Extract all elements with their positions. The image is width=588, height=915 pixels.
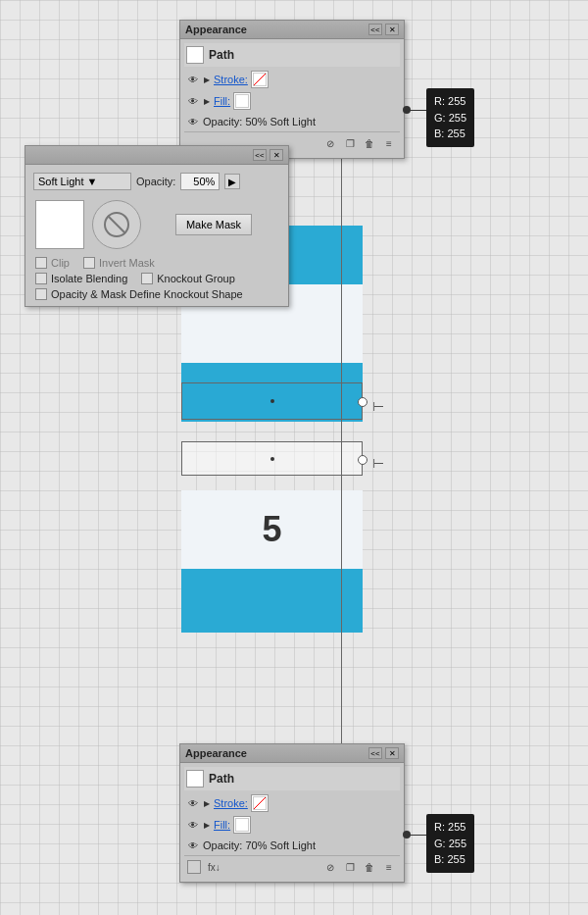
selected-rect-2[interactable] (181, 441, 363, 476)
appearance-panel-top: Appearance << ✕ Path 👁 ▶ Stroke: 👁 ▶ Fil… (179, 20, 405, 159)
fill-swatch-top (235, 94, 249, 108)
path-label-bottom: Path (209, 772, 234, 786)
trash-icon-top[interactable]: 🗑 (362, 135, 377, 151)
make-mask-section: Make Mask (149, 214, 278, 235)
transparency-controls: << ✕ (253, 149, 283, 161)
selected-rect-1[interactable] (181, 382, 363, 420)
circle-handle-1[interactable] (358, 397, 368, 407)
panel-controls-top: << ✕ (368, 24, 399, 35)
dropdown-arrow: ▼ (86, 176, 97, 187)
stroke-preview-top[interactable] (251, 71, 269, 88)
tooltip-dot-top (403, 106, 411, 114)
menu-icon-top[interactable]: ≡ (381, 135, 397, 151)
arrow-fill-top[interactable]: ▶ (203, 97, 211, 105)
path-icon-bottom (186, 770, 204, 788)
no-symbol (102, 210, 131, 239)
arrow-fill-bottom[interactable]: ▶ (203, 821, 211, 829)
fill-label-top[interactable]: Fill: (214, 95, 230, 107)
eye-icon-opacity-top[interactable]: 👁 (186, 115, 200, 128)
copy-icon-bottom[interactable]: ❐ (342, 859, 358, 875)
panel-title-bottom: Appearance (185, 747, 247, 759)
stroke-label-top[interactable]: Stroke: (214, 74, 248, 85)
copy-icon-top[interactable]: ❐ (342, 135, 358, 151)
stroke-swatch-top (253, 73, 267, 86)
no-icon-bottom[interactable]: ⊘ (322, 859, 338, 875)
opacity-mask-label: Opacity & Mask Define Knockout Shape (51, 288, 243, 300)
tooltip-r-top: R: 255 (434, 93, 466, 110)
arrow-stroke-bottom[interactable]: ▶ (203, 799, 211, 807)
path-icon-top (186, 46, 204, 64)
center-dot-2 (270, 457, 274, 461)
thumb-circle (92, 200, 141, 249)
fill-label-bottom[interactable]: Fill: (214, 819, 230, 831)
path-row-bottom: Path (184, 767, 400, 790)
close-btn-trans[interactable]: ✕ (270, 149, 283, 161)
close-btn-top[interactable]: ✕ (385, 24, 399, 35)
make-mask-button[interactable]: Make Mask (175, 214, 252, 235)
invert-checkbox[interactable] (83, 257, 95, 269)
fill-row-top: 👁 ▶ Fill: (184, 90, 400, 112)
tooltip-b-bottom: B: 255 (434, 851, 466, 868)
arrow-stroke-top[interactable]: ▶ (203, 76, 211, 83)
opacity-value: 50% (193, 176, 215, 187)
no-icon-top[interactable]: ⊘ (322, 135, 338, 151)
thumbnail-row: Make Mask (29, 194, 284, 255)
opacity-mask-row: Opacity & Mask Define Knockout Shape (29, 286, 284, 302)
isolate-label: Isolate Blending (51, 273, 127, 284)
tooltip-g-bottom: G: 255 (434, 836, 466, 852)
thumb-white (35, 200, 84, 249)
eye-icon-fill-top[interactable]: 👁 (186, 94, 200, 108)
isolate-checkbox[interactable] (35, 273, 47, 284)
clip-row: Clip Invert Mask (29, 255, 284, 271)
isolate-row: Isolate Blending Knockout Group (29, 271, 284, 286)
knockout-checkbox[interactable] (141, 273, 153, 284)
square-icon-bottom[interactable] (187, 860, 201, 874)
panel-toolbar-bottom: fx↓ ⊘ ❐ 🗑 ≡ (184, 855, 400, 878)
transparency-body: Soft Light ▼ Opacity: 50% ▶ Make Mask (25, 165, 288, 306)
collapse-btn-top[interactable]: << (368, 24, 382, 35)
opacity-input[interactable]: 50% (180, 173, 220, 190)
tooltip-g-top: G: 255 (434, 110, 466, 127)
clip-checkbox[interactable] (35, 257, 47, 269)
panel-titlebar-bottom: Appearance << ✕ (180, 744, 404, 763)
tooltip-r-bottom: R: 255 (434, 819, 466, 836)
fill-swatch-bottom (235, 818, 249, 832)
menu-icon-bottom[interactable]: ≡ (381, 859, 397, 875)
opacity-mask-checkbox[interactable] (35, 288, 47, 300)
fx-icon-bottom[interactable]: fx↓ (205, 862, 223, 873)
opacity-row-bottom: 👁 Opacity: 70% Soft Light (184, 836, 400, 855)
invert-label: Invert Mask (99, 257, 155, 269)
trash-icon-bottom[interactable]: 🗑 (362, 859, 377, 875)
transparency-titlebar: << ✕ (25, 146, 288, 165)
path-row-top: Path (184, 43, 400, 67)
opacity-label-trans: Opacity: (136, 176, 175, 187)
opacity-arrow-right[interactable]: ▶ (224, 174, 240, 189)
panel-body-top: Path 👁 ▶ Stroke: 👁 ▶ Fill: 👁 Opacity: 50… (180, 39, 404, 158)
svg-line-1 (108, 216, 125, 233)
circle-handle-2[interactable] (358, 455, 368, 465)
eye-icon-stroke-bottom[interactable]: 👁 (186, 796, 200, 810)
knockout-label: Knockout Group (157, 273, 235, 284)
stroke-preview-bottom[interactable] (251, 794, 269, 812)
stroke-label-bottom[interactable]: Stroke: (214, 797, 248, 809)
blend-mode-value: Soft Light (38, 176, 83, 187)
appearance-panel-bottom: Appearance << ✕ Path 👁 ▶ Stroke: 👁 ▶ Fil… (179, 743, 405, 883)
constraint-icon-1: ⊢ (372, 398, 384, 414)
clip-label: Clip (51, 257, 70, 269)
fill-preview-bottom[interactable] (233, 816, 251, 834)
close-btn-bottom[interactable]: ✕ (385, 747, 399, 759)
stroke-row-bottom: 👁 ▶ Stroke: (184, 792, 400, 814)
eye-icon-opacity-bottom[interactable]: 👁 (186, 839, 200, 852)
eye-icon-stroke-top[interactable]: 👁 (186, 73, 200, 86)
blend-mode-dropdown[interactable]: Soft Light ▼ (33, 173, 131, 190)
panel-titlebar-top: Appearance << ✕ (180, 21, 404, 39)
collapse-btn-bottom[interactable]: << (368, 747, 382, 759)
tooltip-top: R: 255 G: 255 B: 255 (426, 88, 474, 147)
fill-row-bottom: 👁 ▶ Fill: (184, 814, 400, 836)
collapse-btn-trans[interactable]: << (253, 149, 267, 161)
fill-preview-top[interactable] (233, 92, 251, 110)
opacity-row-top: 👁 Opacity: 50% Soft Light (184, 112, 400, 131)
tooltip-b-top: B: 255 (434, 126, 466, 142)
stripe-blue-3 (181, 569, 363, 633)
eye-icon-fill-bottom[interactable]: 👁 (186, 818, 200, 832)
